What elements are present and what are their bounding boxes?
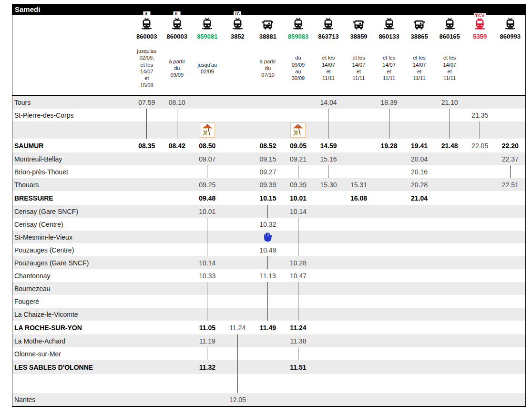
timetable-cell: 19.41 <box>404 139 435 152</box>
timetable-cell: 11.24 <box>283 321 314 334</box>
station-row: LA ROCHE-SUR-YON11.0511.2411.4911.24 <box>12 321 525 334</box>
service-note-line: jusqu'au <box>137 48 156 54</box>
station-name: Chantonnay <box>12 269 132 282</box>
timetable-cell <box>223 165 253 178</box>
station-row: Cerisay (Gare SNCF)10.0110.14 <box>12 205 525 218</box>
station-name: Tours <box>12 96 132 109</box>
timetable-cell <box>313 231 344 243</box>
departure-time: 20.28 <box>411 181 428 189</box>
timetable-cell <box>253 231 283 243</box>
timetable-cell <box>344 139 374 152</box>
timetable-cell <box>132 393 162 406</box>
train-number: 38859 <box>344 31 374 41</box>
timetable-cell <box>404 374 435 393</box>
train-number: 863713 <box>313 31 344 41</box>
service-note-line: et <box>387 68 391 75</box>
train-icon <box>292 18 304 30</box>
timetable-cell <box>374 282 404 295</box>
timetable-cell <box>495 96 525 109</box>
timetable-cell: 09.39 <box>283 178 314 191</box>
service-note-line: 30/09 <box>292 75 305 81</box>
timetable-cell <box>283 231 314 243</box>
train-icon <box>141 18 153 30</box>
timetable-cell <box>162 243 193 256</box>
route-continuation-line <box>207 243 207 256</box>
timetable-cell: 14.04 <box>313 96 344 109</box>
station-column-spacer <box>12 15 132 31</box>
timetable-cell: 22.20 <box>495 139 525 152</box>
timetable-cell <box>253 393 283 406</box>
departure-time: 09.05 <box>290 142 307 150</box>
service-note-line: 09/09 <box>171 71 184 78</box>
departure-time: 11.24 <box>290 324 306 332</box>
timetable-cell <box>434 360 465 374</box>
timetable-cell <box>495 165 525 178</box>
timetable-cell <box>313 282 344 295</box>
timetable-cell <box>344 347 374 360</box>
timetable-cell <box>162 218 193 231</box>
route-continuation-line <box>267 205 268 218</box>
station-row: Thouars09.2509.3909.3915.3015.3120.2822.… <box>12 178 525 191</box>
service-note-line: 09/09 <box>292 61 305 68</box>
train-number-row: 8600038600038590813852388818590838637133… <box>12 31 525 41</box>
vehicle-cell <box>283 15 314 31</box>
timetable-cell <box>132 205 162 218</box>
vehicle-cell <box>253 15 283 31</box>
timetable-cell <box>344 109 374 121</box>
timetable-cell <box>434 218 465 231</box>
timetable-cell: 10.49 <box>253 243 283 256</box>
timetable-cell <box>374 347 404 360</box>
timetable-cell <box>374 269 404 282</box>
timetable-cell <box>465 393 495 406</box>
departure-time: 21.04 <box>411 194 428 202</box>
departure-time: 20.04 <box>411 155 428 163</box>
timetable-cell <box>404 295 435 308</box>
service-note <box>223 41 253 95</box>
timetable-cell <box>434 121 465 139</box>
timetable-cell: 21.48 <box>434 139 465 152</box>
route-continuation-line <box>207 231 207 243</box>
departure-time: 09.27 <box>259 168 276 176</box>
service-note-line: 02/09; <box>139 54 154 61</box>
station-row: SAUMUR08.3508.4208.5008.5209.0514.5919.2… <box>12 139 525 152</box>
departure-time: 08.42 <box>169 142 185 150</box>
bus-icon <box>352 19 365 30</box>
timetable-cell: 15.16 <box>313 152 344 165</box>
route-continuation-line <box>207 165 207 178</box>
timetable-cell <box>495 121 525 139</box>
station-name: SAUMUR <box>12 139 132 152</box>
route-continuation-line <box>207 295 207 308</box>
timetable-cell: 10.15 <box>253 191 283 205</box>
beach-season-icon <box>290 122 306 138</box>
timetable-cell <box>495 282 525 295</box>
departure-time: 08.52 <box>259 142 276 150</box>
seasonal-icon-row <box>12 121 525 139</box>
spacer-row <box>12 374 525 393</box>
timetable-cell <box>344 334 374 347</box>
departure-time: 10.49 <box>259 246 276 254</box>
departure-time: 16.08 <box>350 194 367 202</box>
bus-icon <box>261 19 274 30</box>
timetable-cell <box>434 256 465 269</box>
timetable-cell <box>162 360 193 374</box>
timetable-cell <box>495 109 525 121</box>
timetable-cell <box>162 191 193 205</box>
timetable-cell <box>465 191 495 205</box>
route-continuation-line <box>267 282 268 295</box>
station-name: Cerisay (Centre) <box>12 218 132 231</box>
timetable-cell <box>162 321 193 334</box>
timetable-cell: 08.52 <box>253 139 283 152</box>
timetable-cell <box>313 191 344 205</box>
train-category-badge: TGV <box>474 13 486 18</box>
timetable-cell <box>132 243 162 256</box>
timetable-cell: 15.30 <box>313 178 344 191</box>
station-row: Fougeré <box>12 295 525 308</box>
timetable-cell <box>223 308 253 321</box>
timetable-cell <box>223 243 253 256</box>
timetable-cell <box>495 218 525 231</box>
timetable-cell: 20.04 <box>404 152 435 165</box>
timetable-cell <box>253 282 283 295</box>
service-note-line: 14/07 <box>443 61 456 68</box>
timetable-cell <box>313 393 344 406</box>
timetable-cell <box>404 231 435 243</box>
